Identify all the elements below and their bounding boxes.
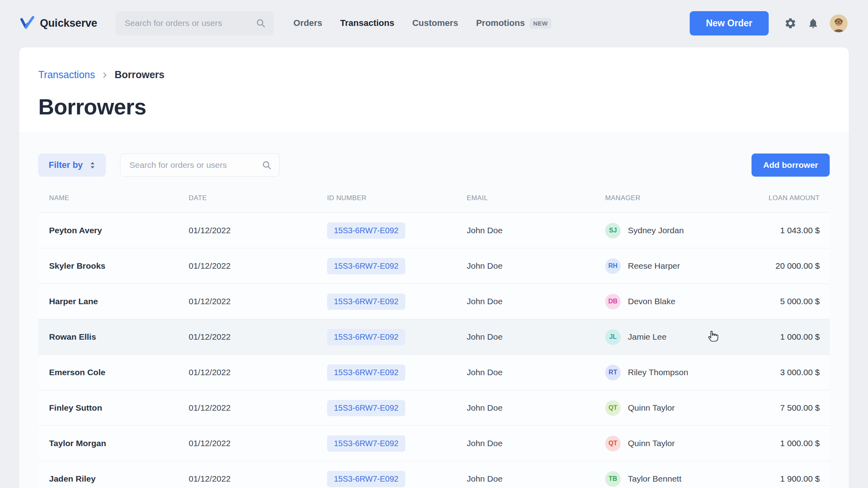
- cell-amount: 20 000.00 $: [726, 261, 820, 271]
- page-title: Borrowers: [38, 94, 830, 119]
- cell-name: Harper Lane: [49, 297, 189, 306]
- manager-avatar: RH: [605, 258, 621, 274]
- id-number-pill[interactable]: 15S3-6RW7-E092: [327, 293, 405, 310]
- cell-email: John Doe: [467, 474, 605, 484]
- column-header: EMAIL: [467, 194, 605, 202]
- topbar-search-input[interactable]: [116, 11, 274, 35]
- table-row[interactable]: Skyler Brooks 01/12/2022 15S3-6RW7-E092 …: [38, 248, 830, 283]
- table-row[interactable]: Finley Sutton 01/12/2022 15S3-6RW7-E092 …: [38, 390, 830, 425]
- manager-avatar: JL: [605, 329, 621, 345]
- manager-avatar: RT: [605, 365, 621, 380]
- manager-name: Jamie Lee: [628, 332, 667, 342]
- column-header: DATE: [189, 194, 327, 202]
- cell-amount: 1 043.00 $: [726, 226, 820, 235]
- id-number-pill[interactable]: 15S3-6RW7-E092: [327, 258, 405, 274]
- table-row[interactable]: Peyton Avery 01/12/2022 15S3-6RW7-E092 J…: [38, 213, 830, 248]
- cell-manager: JL Jamie Lee: [605, 329, 726, 345]
- filter-by-label: Filter by: [49, 160, 83, 170]
- table-search-input[interactable]: [120, 153, 280, 177]
- cell-name: Finley Sutton: [49, 403, 189, 413]
- card-body: Filter by Add borrower: [19, 133, 849, 488]
- cell-manager: QT Quinn Taylor: [605, 436, 726, 451]
- cell-amount: 1 900.00 $: [726, 474, 820, 484]
- breadcrumb-link-transactions[interactable]: Transactions: [38, 67, 95, 82]
- cell-email: John Doe: [467, 332, 605, 342]
- manager-avatar: QT: [605, 436, 621, 451]
- cell-amount: 7 500.00 $: [726, 403, 820, 413]
- cell-email: John Doe: [467, 439, 605, 448]
- cell-name: Rowan Ellis: [49, 332, 189, 342]
- id-number-pill[interactable]: 15S3-6RW7-E092: [327, 435, 405, 452]
- cell-amount: 3 000.00 $: [726, 368, 820, 377]
- main-nav: Orders Transactions Customers Promotions…: [294, 18, 552, 29]
- filter-by-button[interactable]: Filter by: [38, 153, 106, 177]
- add-borrower-button[interactable]: Add borrower: [752, 153, 830, 177]
- cell-email: John Doe: [467, 226, 605, 235]
- cell-amount: 1 000.00 $: [726, 439, 820, 448]
- cell-manager: QT Quinn Taylor: [605, 400, 726, 416]
- nav-item-label: Transactions: [340, 18, 395, 28]
- brand[interactable]: Quickserve: [20, 16, 97, 30]
- manager-avatar: DB: [605, 294, 621, 309]
- chevron-right-icon: [101, 71, 108, 79]
- cell-date: 01/12/2022: [189, 261, 327, 271]
- table-body: Peyton Avery 01/12/2022 15S3-6RW7-E092 J…: [38, 213, 830, 488]
- notifications-bell-icon[interactable]: [807, 18, 819, 29]
- manager-name: Sydney Jordan: [628, 226, 684, 235]
- new-order-button[interactable]: New Order: [690, 11, 769, 35]
- nav-item-label: Promotions: [476, 18, 525, 28]
- nav-item-transactions[interactable]: Transactions: [340, 18, 395, 28]
- nav-item-promotions[interactable]: Promotions NEW: [476, 18, 551, 29]
- manager-name: Riley Thompson: [628, 368, 688, 377]
- settings-gear-icon[interactable]: [784, 17, 797, 30]
- column-header: MANAGER: [605, 194, 726, 202]
- cell-amount: 5 000.00 $: [726, 297, 820, 306]
- cell-manager: TB Taylor Bennett: [605, 471, 726, 487]
- column-header: NAME: [49, 194, 189, 202]
- user-avatar[interactable]: [830, 14, 848, 32]
- id-number-pill[interactable]: 15S3-6RW7-E092: [327, 400, 405, 416]
- borrowers-table: NAMEDATEID NUMBEREMAILMANAGERLOAN AMOUNT…: [38, 194, 830, 488]
- cell-date: 01/12/2022: [189, 403, 327, 413]
- table-header-row: NAMEDATEID NUMBEREMAILMANAGERLOAN AMOUNT: [38, 194, 830, 213]
- manager-avatar: SJ: [605, 223, 621, 238]
- manager-avatar: TB: [605, 471, 621, 487]
- cell-email: John Doe: [467, 297, 605, 306]
- id-number-pill[interactable]: 15S3-6RW7-E092: [327, 329, 405, 345]
- table-row[interactable]: Taylor Morgan 01/12/2022 15S3-6RW7-E092 …: [38, 425, 830, 461]
- nav-item-orders[interactable]: Orders: [294, 18, 322, 28]
- topbar: Quickserve Orders Transactions Customers…: [0, 0, 868, 46]
- cell-email: John Doe: [467, 368, 605, 377]
- brand-name: Quickserve: [40, 17, 97, 30]
- nav-item-label: Customers: [412, 18, 458, 28]
- manager-avatar: QT: [605, 400, 621, 416]
- cell-manager: RT Riley Thompson: [605, 365, 726, 380]
- cell-manager: DB Devon Blake: [605, 294, 726, 309]
- id-number-pill[interactable]: 15S3-6RW7-E092: [327, 222, 405, 239]
- cell-name: Skyler Brooks: [49, 261, 189, 271]
- cell-date: 01/12/2022: [189, 297, 327, 306]
- table-row[interactable]: Jaden Riley 01/12/2022 15S3-6RW7-E092 Jo…: [38, 461, 830, 488]
- logo-icon: [20, 16, 35, 30]
- content-card: Transactions Borrowers Borrowers Filter …: [19, 47, 849, 488]
- toolbar: Filter by Add borrower: [38, 153, 830, 177]
- id-number-pill[interactable]: 15S3-6RW7-E092: [327, 364, 405, 381]
- table-search: [120, 153, 280, 177]
- cell-date: 01/12/2022: [189, 226, 327, 235]
- nav-item-customers[interactable]: Customers: [412, 18, 458, 28]
- cell-email: John Doe: [467, 261, 605, 271]
- breadcrumb-current: Borrowers: [114, 67, 164, 82]
- id-number-pill[interactable]: 15S3-6RW7-E092: [327, 471, 405, 487]
- cell-name: Peyton Avery: [49, 226, 189, 235]
- cell-manager: RH Reese Harper: [605, 258, 726, 274]
- cell-date: 01/12/2022: [189, 368, 327, 377]
- new-badge: NEW: [530, 18, 552, 29]
- sort-arrows-icon: [90, 161, 95, 169]
- topbar-actions: New Order: [690, 11, 848, 35]
- table-row[interactable]: Rowan Ellis 01/12/2022 15S3-6RW7-E092 Jo…: [38, 319, 830, 354]
- cell-date: 01/12/2022: [189, 474, 327, 484]
- table-row[interactable]: Harper Lane 01/12/2022 15S3-6RW7-E092 Jo…: [38, 283, 830, 319]
- manager-name: Taylor Bennett: [628, 474, 681, 484]
- nav-item-label: Orders: [294, 18, 322, 28]
- table-row[interactable]: Emerson Cole 01/12/2022 15S3-6RW7-E092 J…: [38, 354, 830, 390]
